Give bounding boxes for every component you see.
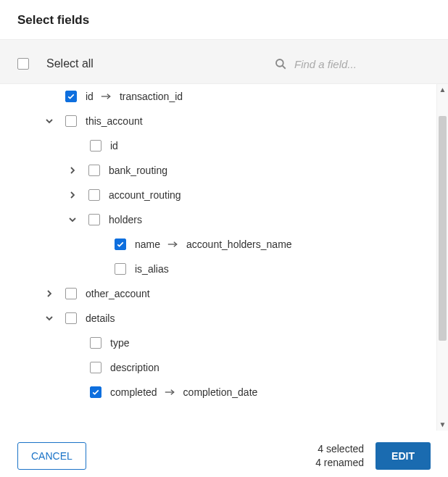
checkbox[interactable]: [90, 337, 101, 349]
selected-count: 4 selected: [315, 442, 364, 456]
tree-row-details[interactable]: details: [0, 306, 436, 331]
checkbox[interactable]: [115, 263, 126, 275]
tree-row-holders-name[interactable]: name account_holders_name: [0, 232, 436, 257]
rename-arrow-icon: [167, 240, 179, 249]
chevron-down-icon[interactable]: [65, 215, 80, 224]
svg-point-0: [276, 59, 283, 67]
checkbox[interactable]: [90, 362, 101, 373]
tree-scroll[interactable]: id transaction_id this_account id bank_r…: [0, 84, 436, 431]
field-label: name: [135, 238, 160, 250]
panel-toolbar: Select all: [0, 40, 448, 83]
chevron-down-icon[interactable]: [42, 117, 57, 125]
scrollbar-thumb[interactable]: [439, 116, 447, 341]
tree-row-this-account[interactable]: this_account: [0, 109, 436, 133]
field-panel: Select all id transaction_id this_accoun…: [0, 39, 448, 431]
checkbox[interactable]: [90, 140, 101, 152]
field-label: other_account: [86, 288, 150, 299]
search-icon: [274, 57, 287, 70]
tree-row-holders-is-alias[interactable]: is_alias: [0, 257, 436, 281]
rename-arrow-icon: [165, 388, 176, 397]
field-label: account_routing: [109, 189, 181, 201]
chevron-right-icon[interactable]: [65, 191, 80, 199]
field-label: is_alias: [135, 263, 169, 275]
scroll-down-icon[interactable]: ▼: [437, 419, 448, 431]
checkbox[interactable]: [90, 386, 101, 398]
rename-label: transaction_id: [120, 91, 183, 102]
select-all-checkbox[interactable]: [17, 58, 29, 70]
tree-row-id[interactable]: id transaction_id: [0, 84, 436, 109]
tree-row-holders[interactable]: holders: [0, 207, 436, 232]
search-wrap: [268, 54, 431, 73]
tree-row-details-type[interactable]: type: [0, 331, 436, 355]
checkbox[interactable]: [65, 288, 77, 299]
rename-arrow-icon: [101, 92, 112, 101]
scrollbar[interactable]: ▲ ▼: [436, 84, 448, 431]
field-label: this_account: [86, 115, 143, 127]
chevron-right-icon[interactable]: [42, 289, 57, 298]
rename-label: completion_date: [183, 386, 258, 398]
field-label: description: [110, 362, 159, 373]
field-label: id: [86, 91, 94, 102]
tree-row-details-description[interactable]: description: [0, 355, 436, 380]
tree-row-this-account-id[interactable]: id: [0, 133, 436, 158]
field-label: details: [86, 312, 115, 324]
field-label: completed: [110, 386, 157, 398]
field-label: type: [110, 337, 129, 349]
checkbox[interactable]: [88, 214, 100, 225]
checkbox[interactable]: [88, 165, 100, 176]
checkbox[interactable]: [65, 115, 77, 127]
chevron-right-icon[interactable]: [65, 166, 80, 175]
tree-area: id transaction_id this_account id bank_r…: [0, 83, 448, 431]
checkbox[interactable]: [88, 189, 100, 201]
scroll-up-icon[interactable]: ▲: [437, 84, 448, 96]
dialog-title: Select fields: [17, 13, 431, 28]
cancel-button[interactable]: CANCEL: [17, 442, 86, 470]
chevron-down-icon[interactable]: [42, 314, 57, 323]
field-label: id: [110, 140, 118, 152]
renamed-count: 4 renamed: [315, 456, 364, 470]
dialog-footer: CANCEL 4 selected 4 renamed EDIT: [0, 431, 448, 477]
tree-row-other-account[interactable]: other_account: [0, 281, 436, 306]
select-all-label: Select all: [46, 57, 94, 70]
tree-row-account-routing[interactable]: account_routing: [0, 183, 436, 207]
checkbox[interactable]: [65, 91, 77, 102]
field-label: holders: [109, 214, 142, 225]
field-label: bank_routing: [109, 165, 167, 176]
selection-summary: 4 selected 4 renamed: [315, 442, 364, 470]
search-input[interactable]: [294, 58, 425, 70]
svg-line-1: [283, 66, 286, 69]
rename-label: account_holders_name: [186, 238, 292, 250]
checkbox[interactable]: [65, 312, 77, 324]
tree-row-bank-routing[interactable]: bank_routing: [0, 158, 436, 183]
dialog-header: Select fields: [0, 0, 448, 39]
edit-button[interactable]: EDIT: [376, 442, 431, 470]
tree-row-details-completed[interactable]: completed completion_date: [0, 380, 436, 405]
checkbox[interactable]: [115, 238, 126, 250]
